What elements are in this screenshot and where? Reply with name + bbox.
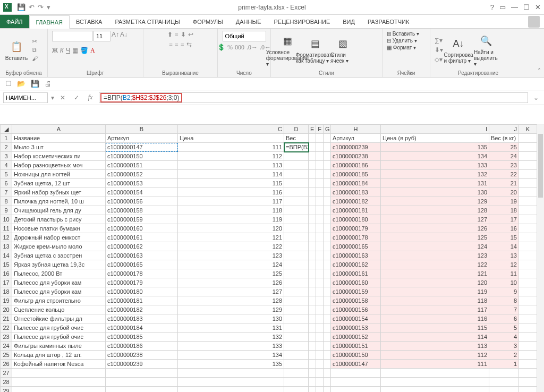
cell-D25[interactable]	[284, 351, 309, 360]
cell-B11[interactable]: с1000000160	[106, 224, 178, 233]
cell-G2[interactable]	[324, 143, 331, 152]
cell-I21[interactable]: 116	[381, 314, 489, 323]
cell-H18[interactable]: с1000000159	[331, 287, 381, 296]
cell-G27[interactable]	[324, 369, 331, 378]
cell-H11[interactable]: с1000000179	[331, 224, 381, 233]
cell-E23[interactable]	[309, 333, 316, 342]
cell-F15[interactable]	[316, 260, 324, 269]
cell-A4[interactable]: Набор разноцветных моч	[12, 161, 106, 170]
cell-J3[interactable]: 24	[489, 152, 519, 161]
cell-G9[interactable]	[324, 206, 331, 215]
cell-F4[interactable]	[316, 161, 324, 170]
row-header-22[interactable]: 22	[1, 323, 12, 333]
cell-H1[interactable]: Артикул	[331, 134, 381, 143]
cell-G5[interactable]	[324, 170, 331, 179]
cell-F28[interactable]	[316, 378, 324, 387]
cell-C7[interactable]: 116	[178, 188, 284, 197]
print-preview-icon[interactable]: 🖨	[45, 80, 52, 88]
cell-J16[interactable]: 11	[489, 269, 519, 278]
sort-filter-button[interactable]: A↓Сортировка и фильтр ▾	[446, 36, 471, 64]
delete-cells-button[interactable]: ⊟ Удалить ▾	[387, 38, 417, 44]
cell-H14[interactable]: с1000000163	[331, 251, 381, 260]
confirm-formula-icon[interactable]: ✓	[71, 94, 82, 101]
cell-E18[interactable]	[309, 287, 316, 296]
cell-B10[interactable]: с1000000159	[106, 215, 178, 224]
cell-I13[interactable]: 124	[381, 242, 489, 251]
cell-G18[interactable]	[324, 287, 331, 296]
cell-K22[interactable]	[519, 323, 537, 333]
cell-J4[interactable]: 23	[489, 161, 519, 170]
cell-K7[interactable]	[519, 188, 537, 197]
col-header-D[interactable]: D	[284, 125, 309, 134]
row-header-15[interactable]: 15	[1, 260, 12, 269]
cell-D6[interactable]	[284, 179, 309, 188]
cell-F21[interactable]	[316, 314, 324, 323]
cell-C16[interactable]: 125	[178, 269, 284, 278]
cell-A7[interactable]: Яркий набор зубных щет	[12, 188, 106, 197]
tab-formulas[interactable]: ФОРМУЛЫ	[186, 15, 230, 28]
cell-F6[interactable]	[316, 179, 324, 188]
clear-icon[interactable]: ◇▾	[435, 56, 443, 63]
cell-I12[interactable]: 125	[381, 233, 489, 242]
cell-B25[interactable]: с1000000238	[106, 351, 178, 360]
cell-G12[interactable]	[324, 233, 331, 242]
cell-K4[interactable]	[519, 161, 537, 170]
cell-C19[interactable]: 128	[178, 296, 284, 305]
cell-A10[interactable]: Детский пластырь с рису	[12, 215, 106, 224]
fill-color-icon[interactable]: 🪣	[80, 47, 88, 55]
cell-B6[interactable]: с1000000153	[106, 179, 178, 188]
cell-C3[interactable]: 112	[178, 152, 284, 161]
cell-D7[interactable]	[284, 188, 309, 197]
cell-G4[interactable]	[324, 161, 331, 170]
cell-K10[interactable]	[519, 215, 537, 224]
cell-A9[interactable]: Очищающий гель для ду	[12, 206, 106, 215]
cell-C4[interactable]: 113	[178, 161, 284, 170]
row-header-4[interactable]: 4	[1, 161, 12, 170]
cell-D13[interactable]	[284, 242, 309, 251]
cell-H5[interactable]: с1000000185	[331, 170, 381, 179]
cell-B24[interactable]: с1000000186	[106, 342, 178, 351]
cell-C21[interactable]: 130	[178, 314, 284, 323]
cell-K29[interactable]	[519, 387, 537, 393]
cell-H22[interactable]: с1000000153	[331, 323, 381, 333]
cell-A29[interactable]	[12, 387, 106, 393]
cell-A27[interactable]	[12, 369, 106, 378]
cell-H26[interactable]: с1000000147	[331, 360, 381, 369]
cell-E24[interactable]	[309, 342, 316, 351]
cell-K17[interactable]	[519, 278, 537, 287]
cell-E7[interactable]	[309, 188, 316, 197]
copy-icon[interactable]: ⧉	[32, 46, 38, 54]
cell-E27[interactable]	[309, 369, 316, 378]
formula-input[interactable]: =ВПР(B2;$H$2:$J$26;3;0)	[99, 92, 528, 103]
cell-J15[interactable]: 12	[489, 260, 519, 269]
cell-G24[interactable]	[324, 342, 331, 351]
cell-I7[interactable]: 130	[381, 188, 489, 197]
cell-E5[interactable]	[309, 170, 316, 179]
comma-icon[interactable]: 000	[235, 44, 244, 52]
cell-G6[interactable]	[324, 179, 331, 188]
cell-J21[interactable]: 6	[489, 314, 519, 323]
worksheet-grid[interactable]: ◢ABCDEFGHIJK1НазваниеАртикулЦенаВесАртик…	[0, 124, 544, 392]
cell-I22[interactable]: 115	[381, 323, 489, 333]
row-header-11[interactable]: 11	[1, 224, 12, 233]
row-header-24[interactable]: 24	[1, 342, 12, 351]
cell-A14[interactable]: Зубная щетка с заострен	[12, 251, 106, 260]
cell-K14[interactable]	[519, 251, 537, 260]
cell-A12[interactable]: Дорожный набор емкост	[12, 233, 106, 242]
cell-E9[interactable]	[309, 206, 316, 215]
cell-H19[interactable]: с1000000158	[331, 296, 381, 305]
cell-A6[interactable]: Зубная щетка, 12 шт	[12, 179, 106, 188]
cell-J12[interactable]: 15	[489, 233, 519, 242]
cell-B26[interactable]: с1000000239	[106, 360, 178, 369]
cell-B20[interactable]: с1000000182	[106, 305, 178, 314]
cell-J11[interactable]: 16	[489, 224, 519, 233]
cell-styles-button[interactable]: ▧Стили ячеек ▾	[330, 36, 355, 64]
font-name-input[interactable]	[52, 31, 92, 41]
cell-A1[interactable]: Название	[12, 134, 106, 143]
cell-I26[interactable]: 111	[381, 360, 489, 369]
cell-C18[interactable]: 127	[178, 287, 284, 296]
cell-A19[interactable]: Фильтр для строительно	[12, 296, 106, 305]
cell-A21[interactable]: Огнестойкие фильтры дл	[12, 314, 106, 323]
format-as-table-button[interactable]: ▤Форматировать как таблицу ▾	[303, 36, 327, 64]
select-all[interactable]: ◢	[1, 125, 12, 134]
